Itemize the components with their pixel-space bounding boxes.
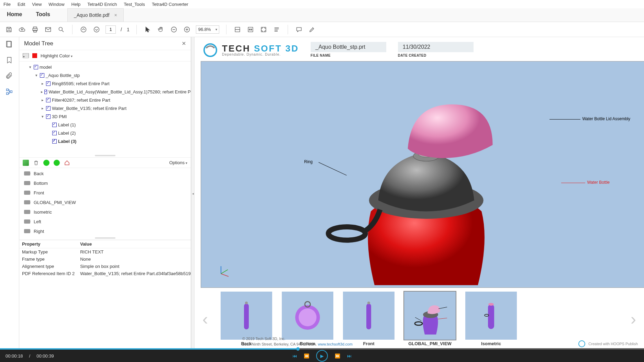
forward-icon[interactable]: ⏩ xyxy=(335,353,340,359)
tree-node-ring[interactable]: ▸Ring85595; refset Entire Part xyxy=(22,79,191,88)
menu-edit[interactable]: Edit xyxy=(18,2,25,7)
model-tree: ▾model ▾_Aquo Bottle_stp ▸Ring85595; ref… xyxy=(19,61,191,154)
svg-rect-16 xyxy=(10,91,12,93)
svg-rect-15 xyxy=(6,93,8,95)
panel-close-icon[interactable]: × xyxy=(182,39,186,47)
options-dropdown[interactable]: Options xyxy=(169,160,187,165)
attachment-icon[interactable] xyxy=(5,72,14,80)
zoom-select[interactable]: 96.8% xyxy=(196,25,219,34)
view-right[interactable]: Right xyxy=(19,226,191,236)
close-tab-icon[interactable]: × xyxy=(114,12,117,18)
svg-point-40 xyxy=(579,341,585,347)
home-view-icon[interactable] xyxy=(64,160,70,166)
next-view-icon[interactable] xyxy=(54,160,60,166)
views-list: Back Bottom Front GLOBAL_PMI_VIEW Isomet… xyxy=(19,168,191,236)
delete-icon[interactable] xyxy=(33,160,39,166)
view-left[interactable]: Left xyxy=(19,217,191,226)
panel-toolbar: Highlight Color xyxy=(19,50,191,61)
cloud-icon[interactable] xyxy=(18,25,26,34)
home-button[interactable]: Home xyxy=(0,8,29,22)
brand-logo: TECH SOFT 3D Dependable. Dynamic. Durabl… xyxy=(202,42,299,58)
3d-viewport[interactable]: Water Bottle Lid Assembly Ring Water Bot… xyxy=(201,61,644,288)
menu-test-tools[interactable]: Test_Tools xyxy=(124,2,145,7)
callout-bottle: Water Bottle xyxy=(587,180,610,185)
svg-line-36 xyxy=(415,317,421,321)
color-swatch[interactable] xyxy=(32,53,37,58)
page-up-icon[interactable] xyxy=(79,25,88,34)
svg-point-6 xyxy=(94,27,99,32)
search-icon[interactable] xyxy=(57,25,65,34)
document-content: TECH SOFT 3D Dependable. Dynamic. Durabl… xyxy=(195,37,644,350)
fit-page-icon[interactable] xyxy=(233,25,242,34)
print-icon[interactable] xyxy=(31,25,39,34)
footer-link[interactable]: www.techsoft3d.com xyxy=(318,342,353,346)
date-value: 11/30/2022 xyxy=(398,42,474,52)
view-bottom[interactable]: Bottom xyxy=(19,178,191,188)
menu-help[interactable]: Help xyxy=(71,2,81,7)
tree-node-bottle[interactable]: ▸Water_Bottle_V135; refset Entire Part xyxy=(22,104,191,112)
tree-node-root[interactable]: ▾model xyxy=(22,63,191,71)
fit-visible-icon[interactable] xyxy=(259,25,268,34)
svg-line-35 xyxy=(438,318,447,319)
thumbnails-icon[interactable] xyxy=(5,41,14,49)
model-tree-icon[interactable] xyxy=(5,88,14,96)
document-tab[interactable]: _Aquo Bottle.pdf × xyxy=(67,8,124,22)
zoom-out-icon[interactable] xyxy=(170,25,178,34)
prop-row: Frame typeNone xyxy=(19,256,191,263)
cursor-icon[interactable] xyxy=(144,25,152,34)
tree-node-filter[interactable]: ▸Filter40287; refset Entire Part xyxy=(22,96,191,104)
hand-icon[interactable] xyxy=(157,25,165,34)
video-progress[interactable] xyxy=(0,348,644,350)
page-down-icon[interactable] xyxy=(92,25,101,34)
tree-node-label2[interactable]: Label (2) xyxy=(22,129,191,137)
horizontal-splitter[interactable] xyxy=(191,37,195,350)
page-input[interactable] xyxy=(106,25,116,34)
menu-window[interactable]: Window xyxy=(48,2,64,7)
splitter-grip[interactable] xyxy=(19,154,191,157)
rewind-icon[interactable]: ⏪ xyxy=(304,353,309,359)
model-tree-panel: Model Tree × Highlight Color ▾model ▾_Aq… xyxy=(19,37,191,350)
zoom-in-icon[interactable] xyxy=(183,25,191,34)
menu-view[interactable]: View xyxy=(32,2,42,7)
video-player-bar: 00:00:18 / 00:00:39 ⏮ ⏪ ▶ ⏩ ⏭ xyxy=(0,350,644,362)
view-global-pmi[interactable]: GLOBAL_PMI_VIEW xyxy=(19,197,191,207)
tools-button[interactable]: Tools xyxy=(29,8,57,22)
carousel-prev-icon[interactable]: ‹ xyxy=(199,305,211,332)
display-mode-dropdown[interactable] xyxy=(23,53,29,58)
properties-panel: PropertyValue Markup TypeRICH TEXT Frame… xyxy=(19,240,191,278)
thumb-isometric[interactable]: Isometric xyxy=(465,292,517,346)
thumb-global-pmi[interactable]: GLOBAL_PMI_VIEW xyxy=(404,292,456,346)
splitter-grip-2[interactable] xyxy=(19,236,191,240)
reflow-icon[interactable] xyxy=(273,25,281,34)
prop-header-value: Value xyxy=(77,240,191,248)
prop-row: PDF Referenced Item ID 2Water_Bottle_V13… xyxy=(19,270,191,277)
menu-tetra4d-enrich[interactable]: Tetra4D Enrich xyxy=(87,2,117,7)
bookmark-icon[interactable] xyxy=(5,56,14,65)
menu-tetra4d-converter[interactable]: Tetra4D Converter xyxy=(152,2,188,7)
mail-icon[interactable] xyxy=(44,25,52,34)
carousel-next-icon[interactable]: › xyxy=(628,305,639,332)
fit-width-icon[interactable] xyxy=(246,25,255,34)
highlight-color-dropdown[interactable]: Highlight Color xyxy=(41,53,73,58)
camera-add-icon[interactable] xyxy=(23,160,29,166)
video-time-duration: 00:00:39 xyxy=(36,353,54,359)
view-back[interactable]: Back xyxy=(19,169,191,178)
tree-node-asm[interactable]: ▾_Aquo Bottle_stp xyxy=(22,71,191,79)
view-front[interactable]: Front xyxy=(19,188,191,197)
save-icon[interactable] xyxy=(5,25,13,34)
view-isometric[interactable]: Isometric xyxy=(19,207,191,217)
skip-back-icon[interactable]: ⏮ xyxy=(292,353,297,359)
tree-node-label3[interactable]: Label (3) xyxy=(22,137,191,145)
tree-node-lid[interactable]: ▸Water_Bottle_Lid_Assy(Water_Bottle_Lid_… xyxy=(22,88,191,96)
highlight-icon[interactable] xyxy=(308,25,316,34)
comment-icon[interactable] xyxy=(295,25,303,34)
svg-point-38 xyxy=(488,303,494,306)
prev-view-icon[interactable] xyxy=(43,160,49,166)
tree-node-pmi[interactable]: ▾3D PMI xyxy=(22,112,191,121)
skip-forward-icon[interactable]: ⏭ xyxy=(347,353,352,359)
play-icon[interactable]: ▶ xyxy=(316,350,328,362)
prop-header-property: Property xyxy=(19,240,77,248)
tree-node-label1[interactable]: Label (1) xyxy=(22,121,191,129)
menu-file[interactable]: File xyxy=(3,2,11,7)
svg-line-23 xyxy=(221,274,229,276)
